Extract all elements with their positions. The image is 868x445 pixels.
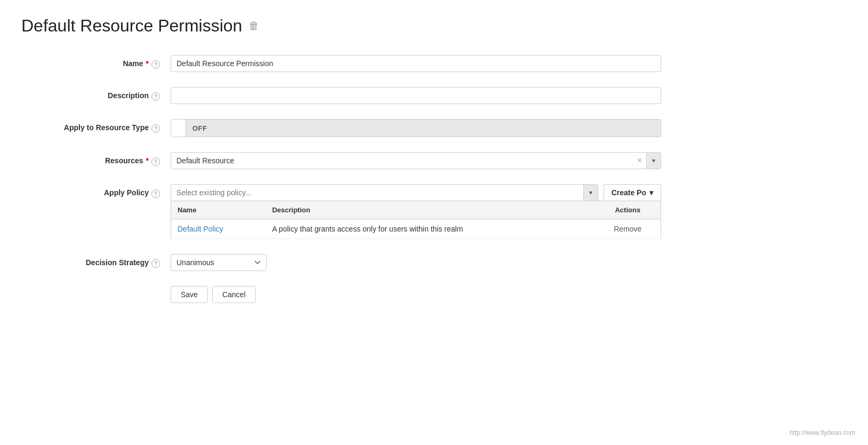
action-buttons: Save Cancel <box>21 286 661 303</box>
description-input[interactable] <box>171 87 661 104</box>
policy-name-cell[interactable]: Default Policy <box>171 219 266 239</box>
apply-policy-label: Apply Policy ? <box>21 184 171 198</box>
resources-row: Resources * ? × ▾ <box>21 152 661 169</box>
resource-type-help-icon[interactable]: ? <box>151 124 160 133</box>
policy-selector-row: ▾ Create Po ▾ <box>171 184 661 201</box>
resources-dropdown-arrow[interactable]: ▾ <box>646 153 661 169</box>
resource-type-control-wrap: OFF <box>171 119 661 137</box>
remove-policy-button[interactable]: Remove <box>614 225 641 233</box>
name-row: Name * ? <box>21 55 661 72</box>
decision-strategy-row: Decision Strategy ? UnanimousAffirmative… <box>21 254 661 271</box>
name-help-icon[interactable]: ? <box>151 60 160 69</box>
decision-strategy-help-icon[interactable]: ? <box>151 259 160 268</box>
name-required-indicator: * <box>146 59 149 68</box>
resources-required-indicator: * <box>146 156 149 165</box>
cancel-button[interactable]: Cancel <box>212 286 256 303</box>
page-title: Default Resource Permission <box>21 16 242 36</box>
name-label: Name * ? <box>21 55 171 69</box>
policy-search-input[interactable] <box>171 185 583 201</box>
resource-type-toggle[interactable]: OFF <box>171 119 661 137</box>
policy-table: Name Description Actions Default PolicyA… <box>171 201 661 239</box>
policy-table-head: Name Description Actions <box>171 201 661 219</box>
apply-policy-row: Apply Policy ? ▾ Create Po ▾ <box>21 184 661 239</box>
col-name-header: Name <box>171 201 266 219</box>
toggle-knob <box>171 120 186 137</box>
policy-table-header-row: Name Description Actions <box>171 201 661 219</box>
description-label: Description ? <box>21 87 171 101</box>
col-actions-header: Actions <box>595 201 661 219</box>
create-policy-chevron-icon: ▾ <box>649 188 653 197</box>
resource-type-label: Apply to Resource Type ? <box>21 119 171 133</box>
resources-input[interactable] <box>171 153 633 169</box>
save-button[interactable]: Save <box>171 286 208 303</box>
policy-action-cell: Remove <box>595 219 661 239</box>
name-input[interactable] <box>171 55 661 72</box>
resources-clear-icon[interactable]: × <box>633 153 646 169</box>
resources-select[interactable]: × ▾ <box>171 152 661 169</box>
resource-type-row: Apply to Resource Type ? OFF <box>21 119 661 137</box>
delete-icon[interactable]: 🗑 <box>248 20 259 32</box>
name-control-wrap <box>171 55 661 72</box>
policy-table-body: Default PolicyA policy that grants acces… <box>171 219 661 239</box>
toggle-label: OFF <box>186 124 214 132</box>
form-container: Name * ? Description ? Apply to Resource… <box>21 55 661 303</box>
policy-dropdown-arrow[interactable]: ▾ <box>583 185 598 201</box>
policy-section: ▾ Create Po ▾ Name Description Actions <box>171 184 661 239</box>
policy-name-link[interactable]: Default Policy <box>178 225 223 233</box>
description-control-wrap <box>171 87 661 104</box>
col-description-header: Description <box>266 201 594 219</box>
resources-label: Resources * ? <box>21 152 171 166</box>
policy-description-cell: A policy that grants access only for use… <box>266 219 594 239</box>
description-help-icon[interactable]: ? <box>151 92 160 101</box>
description-row: Description ? <box>21 87 661 104</box>
table-row: Default PolicyA policy that grants acces… <box>171 219 661 239</box>
decision-strategy-select[interactable]: UnanimousAffirmativeConsensus <box>171 254 267 271</box>
resources-help-icon[interactable]: ? <box>151 157 160 166</box>
create-policy-button[interactable]: Create Po ▾ <box>604 184 661 201</box>
page-title-section: Default Resource Permission 🗑 <box>21 16 847 36</box>
apply-policy-control-wrap: ▾ Create Po ▾ Name Description Actions <box>171 184 661 239</box>
policy-dropdown[interactable]: ▾ <box>171 184 598 201</box>
resources-control-wrap: × ▾ <box>171 152 661 169</box>
decision-strategy-label: Decision Strategy ? <box>21 254 171 268</box>
apply-policy-help-icon[interactable]: ? <box>151 189 160 198</box>
decision-strategy-control-wrap: UnanimousAffirmativeConsensus <box>171 254 661 271</box>
